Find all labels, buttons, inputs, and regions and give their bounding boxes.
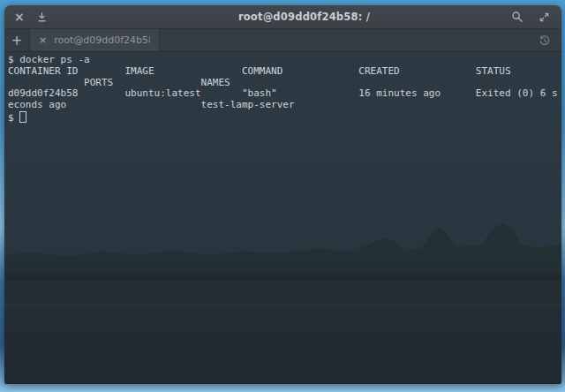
terminal-line: econds ago test-lamp-server	[8, 100, 561, 111]
tabbar: + × root@d09dd0f24b58: /	[4, 29, 561, 52]
terminal-line: CONTAINER ID IMAGE COMMAND CREATED STATU…	[8, 66, 561, 78]
titlebar-left-controls: ×	[4, 11, 82, 23]
desktop-background: × root@d09dd0f24b58: /	[0, 0, 565, 392]
titlebar[interactable]: × root@d09dd0f24b58: /	[4, 5, 561, 29]
terminal-line: $ docker ps -a	[8, 55, 561, 66]
new-tab-button[interactable]: +	[4, 29, 30, 51]
download-icon[interactable]	[36, 11, 48, 23]
terminal-screen[interactable]: $ docker ps -a CONTAINER ID IMAGE COMMAN…	[4, 52, 561, 383]
tab-active[interactable]: × root@d09dd0f24b58: /	[30, 29, 160, 51]
terminal-window: × root@d09dd0f24b58: /	[4, 5, 561, 384]
tab-close-icon[interactable]: ×	[39, 35, 47, 45]
window-title: root@d09dd0f24b58: /	[103, 11, 505, 23]
search-icon[interactable]	[511, 11, 524, 23]
fullscreen-icon[interactable]	[539, 11, 550, 23]
close-icon[interactable]: ×	[14, 11, 25, 23]
history-icon[interactable]	[539, 29, 561, 51]
terminal-prompt-line: $	[8, 111, 561, 123]
terminal-output: $ docker ps -a CONTAINER ID IMAGE COMMAN…	[4, 52, 561, 123]
terminal-prompt: $	[8, 112, 19, 124]
terminal-cursor	[19, 111, 26, 123]
tab-label: root@d09dd0f24b58: /	[54, 34, 150, 46]
tabbar-empty-space	[160, 29, 539, 51]
